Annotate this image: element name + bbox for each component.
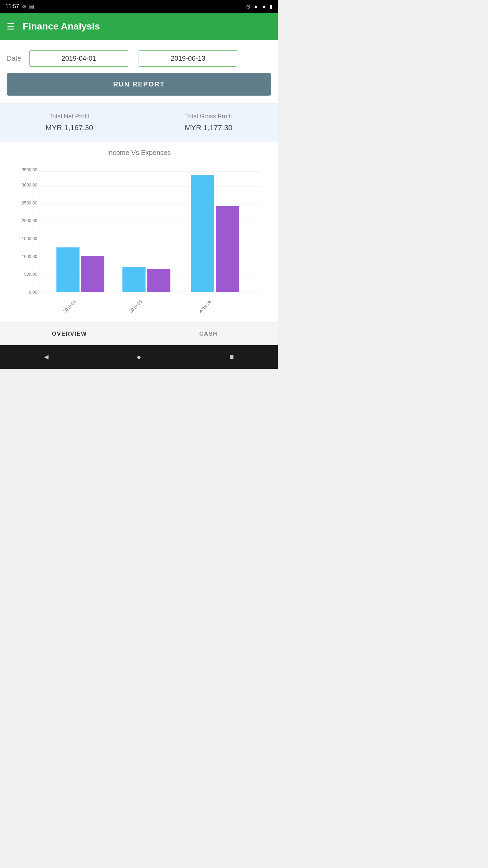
svg-text:2019-06: 2019-06 <box>198 299 212 314</box>
bar-chart: 0.00 500.00 1000.00 1500.00 2000.00 2500… <box>10 163 268 319</box>
wifi-icon: ▲ <box>253 3 259 9</box>
start-date-input[interactable] <box>29 50 128 67</box>
main-content: Date - RUN REPORT Total Net Profit MYR 1… <box>0 40 278 345</box>
date-separator: - <box>132 54 135 63</box>
gross-profit-card: Total Gross Profit MYR 1,177.30 <box>139 103 278 142</box>
bar-2019-05-income <box>122 267 145 292</box>
gross-profit-label: Total Gross Profit <box>143 113 274 120</box>
sdcard-icon: ▤ <box>29 3 34 10</box>
run-report-button[interactable]: RUN REPORT <box>7 73 271 96</box>
end-date-input[interactable] <box>139 50 237 67</box>
summary-section: Total Net Profit MYR 1,167.30 Total Gros… <box>0 103 278 142</box>
bar-2019-06-expense <box>216 206 239 292</box>
home-button[interactable]: ● <box>133 351 145 363</box>
bar-2019-05-expense <box>147 269 170 292</box>
svg-text:2500.00: 2500.00 <box>22 201 37 205</box>
svg-text:0.00: 0.00 <box>29 290 37 295</box>
app-bar: ☰ Finance Analysis <box>0 13 278 40</box>
signal-icon: ▲ <box>261 3 267 9</box>
battery-icon: ▮ <box>269 3 272 10</box>
recent-button[interactable]: ■ <box>225 351 238 363</box>
svg-text:2000.00: 2000.00 <box>22 218 37 223</box>
svg-text:1000.00: 1000.00 <box>22 254 37 259</box>
status-right: ⊙ ▲ ▲ ▮ <box>246 3 272 10</box>
net-profit-value: MYR 1,167.30 <box>3 123 135 132</box>
date-filter-row: Date - <box>7 47 271 67</box>
nav-cash[interactable]: CASH <box>139 322 278 345</box>
chart-container: 0.00 500.00 1000.00 1500.00 2000.00 2500… <box>10 163 268 319</box>
chart-section: Income Vs Expenses 0.00 500.00 1000.00 1… <box>7 142 271 322</box>
menu-icon[interactable]: ☰ <box>7 22 15 31</box>
svg-text:3000.00: 3000.00 <box>22 183 37 188</box>
gross-profit-value: MYR 1,177.30 <box>143 123 274 132</box>
net-profit-card: Total Net Profit MYR 1,167.30 <box>0 103 139 142</box>
bottom-nav: OVERVIEW CASH <box>0 322 278 345</box>
svg-text:2019-05: 2019-05 <box>128 299 143 314</box>
bar-2019-04-income <box>56 247 79 292</box>
settings-icon: ⚙ <box>22 3 26 10</box>
status-left: 11:57 ⚙ ▤ <box>5 3 34 10</box>
nav-overview[interactable]: OVERVIEW <box>0 322 139 345</box>
bar-2019-06-income <box>191 175 214 292</box>
nav-cash-label: CASH <box>199 331 218 337</box>
app-title: Finance Analysis <box>23 21 100 32</box>
net-profit-label: Total Net Profit <box>3 113 135 120</box>
svg-text:2019-04: 2019-04 <box>62 299 77 314</box>
status-bar: 11:57 ⚙ ▤ ⊙ ▲ ▲ ▮ <box>0 0 278 13</box>
date-label: Date <box>7 55 25 62</box>
back-button[interactable]: ◄ <box>40 351 53 363</box>
svg-text:500.00: 500.00 <box>24 272 37 277</box>
bar-2019-04-expense <box>81 256 104 292</box>
nav-overview-label: OVERVIEW <box>52 331 87 337</box>
chart-title: Income Vs Expenses <box>10 149 268 157</box>
android-nav-bar: ◄ ● ■ <box>0 345 278 369</box>
status-time: 11:57 <box>5 3 19 9</box>
location-icon: ⊙ <box>246 3 250 10</box>
svg-text:1500.00: 1500.00 <box>22 236 37 241</box>
svg-text:3500.00: 3500.00 <box>22 167 37 172</box>
